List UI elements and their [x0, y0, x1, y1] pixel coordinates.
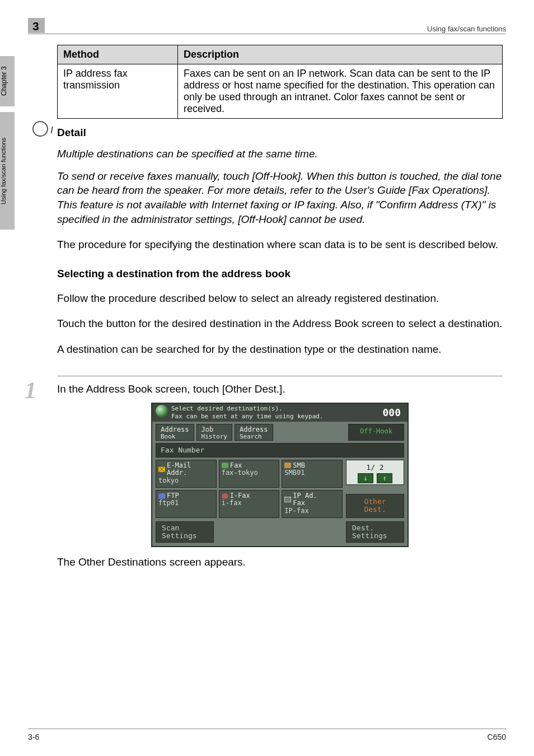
- magnifier-icon: [30, 118, 51, 139]
- status-orb-icon: [156, 405, 168, 417]
- footer-model: C650: [488, 732, 506, 741]
- footer-page-number: 3-6: [28, 732, 39, 741]
- fax-number-bar: Fax Number: [156, 443, 404, 458]
- step-instruction: In the Address Book screen, touch [Other…: [57, 382, 503, 396]
- side-tab-chapter: Chapter 3: [0, 56, 15, 106]
- th-description: Description: [178, 45, 503, 64]
- pager-label: 1/ 2: [346, 463, 404, 473]
- step-text: In the Address Book screen, touch [Other…: [57, 382, 503, 570]
- ipfax-icon: [284, 497, 291, 502]
- device-side-column: 1/ 2 ↓ ↑ OtherDest.: [346, 460, 404, 518]
- device-header: Select desired destination(s). Fax can b…: [152, 404, 407, 422]
- tab-address-book[interactable]: Address Book: [156, 424, 194, 441]
- page-down-button[interactable]: ↓: [358, 473, 373, 483]
- running-title: Using fax/scan functions: [427, 25, 506, 33]
- detail-para-2: To send or receive faxes manually, touch…: [57, 169, 503, 227]
- tab-address-search[interactable]: Address Search: [235, 424, 273, 441]
- cell-method: IP address fax transmission: [58, 64, 178, 119]
- method-table: Method Description IP address fax transm…: [57, 45, 503, 119]
- device-tabs: Address Book Job History Address Search …: [152, 422, 407, 441]
- dest-ftp[interactable]: FTP ftp01: [156, 490, 217, 518]
- page-header: 3 Using fax/scan functions: [28, 18, 506, 33]
- page-up-button[interactable]: ↑: [377, 473, 392, 483]
- fax-icon: [222, 463, 228, 468]
- tab-job-history[interactable]: Job History: [196, 424, 232, 441]
- mail-icon: [158, 466, 165, 472]
- destination-grid: E-MailAddr. tokyo Fax fax-tokyo SMB SMB0…: [156, 460, 343, 518]
- detail-block: Detail Multiple destinations can be spec…: [57, 127, 503, 226]
- dest-email[interactable]: E-MailAddr. tokyo: [156, 460, 217, 488]
- destination-area: E-MailAddr. tokyo Fax fax-tokyo SMB SMB0…: [152, 458, 407, 520]
- section-para-2: Touch the button for the desired destina…: [57, 316, 503, 331]
- side-tab-section: Using fax/scan functions: [0, 112, 15, 230]
- section-heading: Selecting a destination from the address…: [57, 268, 503, 280]
- chapter-number: 3: [28, 18, 45, 33]
- off-hook-button[interactable]: Off-Hook: [348, 424, 404, 441]
- scan-settings-button[interactable]: ScanSettings: [156, 521, 214, 543]
- section-para-1: Follow the procedure described below to …: [57, 291, 503, 306]
- dest-fax[interactable]: Fax fax-tokyo: [219, 460, 280, 488]
- device-bottom-row: ScanSettings Dest.Settings: [152, 520, 407, 547]
- smb-icon: [284, 463, 291, 468]
- other-dest-button[interactable]: OtherDest.: [346, 494, 404, 518]
- step-1: 1 In the Address Book screen, touch [Oth…: [57, 382, 503, 570]
- cell-description: Faxes can be sent on an IP network. Scan…: [178, 64, 503, 119]
- dest-ifax[interactable]: I-Fax i-fax: [219, 490, 280, 518]
- dest-settings-button[interactable]: Dest.Settings: [346, 521, 404, 543]
- device-screenshot: Select desired destination(s). Fax can b…: [151, 403, 409, 547]
- detail-para-1: Multiple destinations can be specified a…: [57, 147, 503, 161]
- dest-ipfax[interactable]: IP Ad.Fax IP-fax: [282, 490, 343, 518]
- section-para-3: A destination can be searched for by the…: [57, 342, 503, 357]
- device-header-text: Select desired destination(s). Fax can b…: [171, 405, 382, 421]
- step-number: 1: [25, 379, 57, 402]
- pager: 1/ 2 ↓ ↑: [346, 460, 404, 486]
- detail-title: Detail: [57, 127, 503, 139]
- table-row: IP address fax transmission Faxes can be…: [58, 64, 503, 119]
- dest-smb[interactable]: SMB SMB01: [282, 460, 343, 488]
- header-divider: [28, 34, 506, 34]
- content-area: Method Description IP address fax transm…: [57, 45, 503, 570]
- ftp-icon: [158, 493, 165, 499]
- step-caption: The Other Destinations screen appears.: [57, 555, 503, 570]
- step-divider: [57, 376, 503, 376]
- th-method: Method: [58, 45, 178, 64]
- page-footer: 3-6 C650: [28, 729, 506, 741]
- copy-count: 000: [382, 405, 404, 419]
- ifax-icon: [222, 493, 228, 499]
- body-para-intro: The procedure for specifying the destina…: [57, 237, 503, 252]
